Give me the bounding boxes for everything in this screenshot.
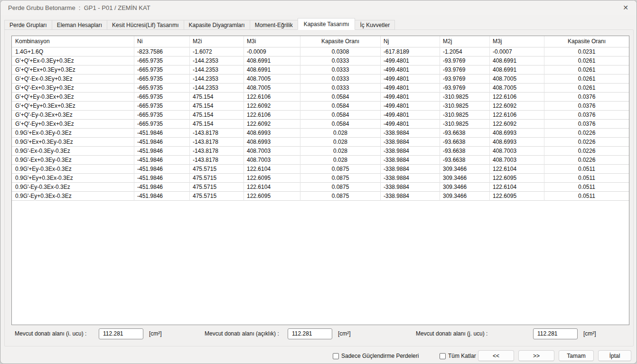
table-cell: -665.9735	[134, 120, 190, 129]
table-cell: 0.0261	[544, 65, 629, 75]
table-cell: -338.9884	[381, 156, 440, 165]
table-cell: 475.154	[190, 120, 244, 129]
table-row[interactable]: G'+Q'-Ey+0.3Ex+0.3Ez-665.9735475.154122.…	[12, 120, 629, 129]
table-cell: 122.6106	[490, 111, 544, 120]
table-cell: -338.9884	[381, 129, 440, 138]
table-cell: 0.0261	[544, 75, 629, 84]
previous-button[interactable]: <<	[478, 350, 514, 361]
table-cell: 0.0261	[544, 84, 629, 93]
table-row[interactable]: G'+Q'+Ex+0.3Ey+0.3Ez-665.9735-144.235340…	[12, 65, 629, 75]
table-cell: 0.9G'+Ex-0.3Ey-0.3Ez	[12, 129, 134, 138]
table-cell: -0.0009	[244, 47, 300, 56]
table-cell: 1.4G+1.6Q	[12, 47, 134, 56]
field-area-j-end: Mevcut donatı alanı (j. ucu) : [cm²]	[416, 328, 596, 339]
table-cell: -93.6638	[440, 129, 490, 138]
table-row[interactable]: 0.9G'-Ey-0.3Ex-0.3Ez-451.9846475.5715122…	[12, 183, 629, 192]
table-cell: 408.7005	[244, 84, 300, 93]
table-cell: 408.6993	[244, 129, 300, 138]
column-header[interactable]: M2j	[440, 36, 490, 47]
tamam-button[interactable]: Tamam	[559, 350, 594, 361]
table-row[interactable]: G'+Q'+Ey+0.3Ex+0.3Ez-665.9735475.154122.…	[12, 102, 629, 111]
table-cell: 0.0584	[300, 120, 381, 129]
table-cell: 0.0511	[544, 165, 629, 174]
table-cell: 0.9G'-Ey-0.3Ex-0.3Ez	[12, 183, 134, 192]
table-row[interactable]: 0.9G'+Ex+0.3Ey-0.3Ez-451.9846-143.817840…	[12, 138, 629, 147]
table-cell: -499.4801	[381, 56, 440, 65]
table-cell: 122.6092	[490, 102, 544, 111]
table-cell: -499.4801	[381, 120, 440, 129]
table-row[interactable]: 0.9G'+Ex-0.3Ey-0.3Ez-451.9846-143.817840…	[12, 129, 629, 138]
tab-ic-kuvvetler[interactable]: İç Kuvvetler	[355, 20, 395, 30]
table-body: 1.4G+1.6Q-823.7586-1.6072-0.00090.0308-6…	[12, 47, 629, 201]
table-cell: 309.3466	[440, 183, 490, 192]
table-cell: 408.6991	[244, 65, 300, 75]
column-header[interactable]: M3j	[490, 36, 544, 47]
tab-kapasite-tasarimi[interactable]: Kapasite Tasarımı	[298, 18, 356, 30]
table-cell: 309.3466	[440, 174, 490, 183]
column-header[interactable]: Kapasite Oranı	[544, 36, 629, 47]
table-cell: 0.028	[300, 129, 381, 138]
table-cell: 0.0226	[544, 156, 629, 165]
table-cell: 0.9G'+Ex+0.3Ey-0.3Ez	[12, 138, 134, 147]
area-j-label: Mevcut donatı alanı (j. ucu) :	[416, 330, 533, 337]
table-cell: 122.6106	[244, 111, 300, 120]
column-header[interactable]: M3i	[244, 36, 300, 47]
table-cell: -93.9769	[440, 84, 490, 93]
table-cell: 408.6993	[490, 129, 544, 138]
table-row[interactable]: 0.9G'+Ey+0.3Ex-0.3Ez-451.9846475.5715122…	[12, 174, 629, 183]
column-header[interactable]: Ni	[134, 36, 190, 47]
iptal-button[interactable]: İptal	[598, 350, 631, 361]
table-cell: 408.7003	[244, 156, 300, 165]
table-row[interactable]: G'+Q'+Ey-0.3Ex+0.3Ez-665.9735475.154122.…	[12, 93, 629, 102]
checkbox-sadece-guclendirme[interactable]	[333, 353, 339, 359]
table-cell: -93.6638	[440, 147, 490, 156]
table-cell: -665.9735	[134, 111, 190, 120]
table-row[interactable]: G'+Q'-Ex+0.3Ey+0.3Ez-665.9735-144.235340…	[12, 84, 629, 93]
area-j-input[interactable]	[533, 328, 578, 339]
dialog-title: Perde Grubu Betonarme : GP1 - P01 / ZEMİ…	[0, 4, 150, 11]
area-span-unit: [cm²]	[338, 330, 351, 337]
tab-kapasite-diyagramlari[interactable]: Kapasite Diyagramları	[184, 20, 250, 30]
table-cell: -144.2353	[190, 56, 244, 65]
table-cell: -451.9846	[134, 183, 190, 192]
column-header[interactable]: Kombinasyon	[12, 36, 134, 47]
checkbox-group-tum-katlar[interactable]: Tüm Katlar	[440, 351, 476, 361]
table-cell: -499.4801	[381, 84, 440, 93]
table-cell: -93.6638	[440, 156, 490, 165]
table-cell: 475.154	[190, 93, 244, 102]
table-row[interactable]: 1.4G+1.6Q-823.7586-1.6072-0.00090.0308-6…	[12, 47, 629, 56]
tab-perde-gruplari[interactable]: Perde Grupları	[4, 20, 52, 30]
next-button[interactable]: >>	[518, 350, 554, 361]
table-cell: G'+Q'+Ex+0.3Ey+0.3Ez	[12, 65, 134, 75]
checkbox-tum-katlar[interactable]	[440, 353, 446, 359]
table-row[interactable]: 0.9G'+Ey-0.3Ex-0.3Ez-451.9846475.5715122…	[12, 165, 629, 174]
area-span-input[interactable]	[288, 328, 332, 339]
table-row[interactable]: G'+Q'-Ey-0.3Ex+0.3Ez-665.9735475.154122.…	[12, 111, 629, 120]
table-row[interactable]: 0.9G'-Ey+0.3Ex-0.3Ez-451.9846475.5715122…	[12, 192, 629, 201]
table-cell: -451.9846	[134, 129, 190, 138]
table-cell: 0.028	[300, 147, 381, 156]
column-header[interactable]: Kapasite Oranı	[300, 36, 381, 47]
table-cell: 0.0875	[300, 174, 381, 183]
tab-eleman-hesaplari[interactable]: Eleman Hesapları	[52, 20, 107, 30]
column-header[interactable]: M2i	[190, 36, 244, 47]
table-cell: 0.0875	[300, 183, 381, 192]
table-row[interactable]: 0.9G'-Ex+0.3Ey-0.3Ez-451.9846-143.817840…	[12, 156, 629, 165]
table-cell: 0.9G'-Ex-0.3Ey-0.3Ez	[12, 147, 134, 156]
table-cell: -499.4801	[381, 93, 440, 102]
table-row[interactable]: G'+Q'-Ex-0.3Ey+0.3Ez-665.9735-144.235340…	[12, 75, 629, 84]
table-cell: G'+Q'-Ey+0.3Ex+0.3Ez	[12, 120, 134, 129]
table-cell: 0.9G'+Ey+0.3Ex-0.3Ez	[12, 174, 134, 183]
area-i-input[interactable]	[99, 328, 143, 339]
table-cell: 408.6991	[490, 56, 544, 65]
table-cell: -310.9825	[440, 102, 490, 111]
table-cell: -310.9825	[440, 93, 490, 102]
tab-kesit-hucresi-lif-tasarimi[interactable]: Kesit Hücresi(Lif) Tasarımı	[107, 20, 184, 30]
tab-moment-egrilik[interactable]: Moment-Eğrilik	[250, 20, 298, 30]
close-button[interactable]: ✕	[615, 0, 637, 15]
table-row[interactable]: G'+Q'+Ex-0.3Ey+0.3Ez-665.9735-144.235340…	[12, 56, 629, 65]
table-header: KombinasyonNiM2iM3iKapasite OranıNjM2jM3…	[12, 36, 629, 47]
checkbox-group-sadece-guclendirme[interactable]: Sadece Güçlendirme Perdeleri	[333, 351, 419, 361]
table-row[interactable]: 0.9G'-Ex-0.3Ey-0.3Ez-451.9846-143.817840…	[12, 147, 629, 156]
column-header[interactable]: Nj	[381, 36, 440, 47]
